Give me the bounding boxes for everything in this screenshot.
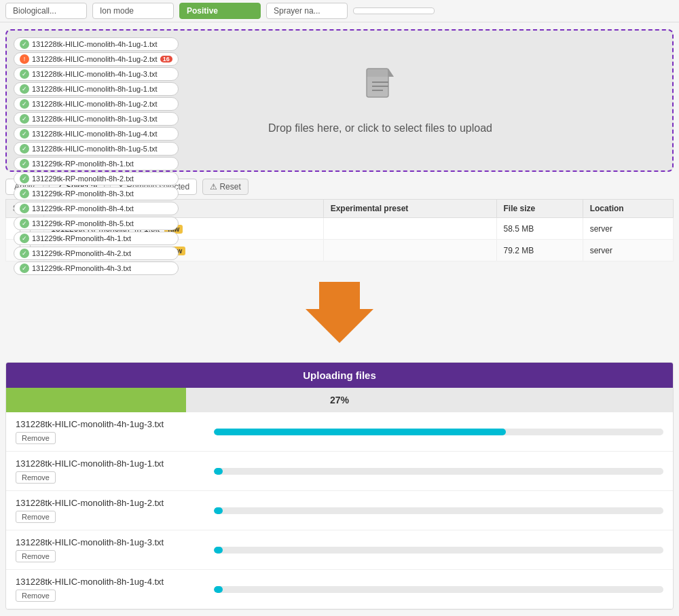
file-chip-label: 131228tk-HILIC-monolith-8h-1ug-5.txt	[32, 145, 158, 153]
reset-button[interactable]: ⚠ Reset	[202, 179, 249, 195]
remove-file-button[interactable]: Remove	[16, 471, 56, 484]
file-chip[interactable]: ✓131229tk-RP-monolith-8h-4.txt	[14, 202, 179, 215]
remove-file-button[interactable]: Remove	[16, 432, 56, 444]
row-preset	[323, 218, 496, 240]
file-chip[interactable]: ✓131229tk-RPmonolith-4h-2.txt	[14, 247, 179, 260]
check-icon: ✓	[20, 84, 29, 94]
file-chip[interactable]: ✓131228tk-HILIC-monolith-4h-1ug-1.txt	[14, 37, 179, 51]
file-chip-label: 131228tk-HILIC-monolith-8h-1ug-3.txt	[32, 115, 158, 123]
overall-progress-bar: 27%	[6, 388, 673, 412]
check-icon: ✓	[20, 189, 29, 198]
col-filesize: File size	[496, 200, 583, 218]
file-chip-label: 131228tk-HILIC-monolith-8h-1ug-2.txt	[32, 100, 158, 108]
file-chip-label: 131229tk-RP-monolith-8h-1.txt	[32, 160, 134, 168]
file-chip[interactable]: ✓131229tk-RPmonolith-4h-3.txt	[14, 261, 179, 275]
error-badge: 16	[160, 56, 172, 62]
upload-file-name: 131228tk-HILIC-monolith-4h-1ug-3.txt	[16, 419, 206, 429]
upload-file-info: 131228tk-HILIC-monolith-8h-1ug-2.txt Rem…	[16, 498, 206, 523]
file-chip[interactable]: ✓131228tk-HILIC-monolith-8h-1ug-2.txt	[14, 97, 179, 111]
file-chip-label: 131229tk-RPmonolith-4h-1.txt	[32, 234, 131, 242]
check-icon: ✓	[20, 114, 29, 124]
topbar-biological[interactable]: Biologicall...	[5, 3, 87, 19]
file-progress-bar	[214, 507, 663, 514]
upload-file-name: 131228tk-HILIC-monolith-8h-1ug-2.txt	[16, 498, 206, 508]
check-icon: ✓	[20, 99, 29, 109]
file-chip-label: 131228tk-HILIC-monolith-4h-1ug-1.txt	[32, 40, 158, 48]
file-progress-fill	[214, 547, 223, 554]
col-location: Location	[583, 200, 673, 218]
upload-file-row: 131228tk-HILIC-monolith-8h-1ug-3.txt Rem…	[6, 530, 673, 570]
file-chip-label: 131229tk-RP-monolith-8h-4.txt	[32, 204, 134, 213]
file-chip-label: 131229tk-RP-monolith-8h-2.txt	[32, 175, 134, 183]
check-icon: ✓	[20, 159, 29, 168]
topbar-ion-mode[interactable]: Ion mode	[92, 3, 174, 19]
upload-file-info: 131228tk-HILIC-monolith-8h-1ug-3.txt Rem…	[16, 537, 206, 562]
check-icon: ✓	[20, 264, 29, 273]
file-progress-bar	[214, 547, 663, 554]
file-chip[interactable]: ✓131229tk-RP-monolith-8h-5.txt	[14, 217, 179, 230]
remove-file-button[interactable]: Remove	[16, 511, 56, 523]
file-chip-label: 131229tk-RPmonolith-4h-3.txt	[32, 264, 131, 272]
upload-file-name: 131228tk-HILIC-monolith-8h-1ug-1.txt	[16, 458, 206, 469]
upload-file-info: 131228tk-HILIC-monolith-8h-1ug-1.txt Rem…	[16, 458, 206, 484]
upload-progress-section: Uploading files 27% 131228tk-HILIC-monol…	[5, 362, 674, 610]
file-chip[interactable]: ✓131229tk-RP-monolith-8h-1.txt	[14, 157, 179, 170]
file-progress-bar	[214, 468, 663, 475]
upload-file-row: 131228tk-HILIC-monolith-8h-1ug-1.txt Rem…	[6, 452, 673, 491]
check-icon: ✓	[20, 219, 29, 228]
svg-rect-2	[367, 69, 388, 77]
remove-file-button[interactable]: Remove	[16, 550, 56, 562]
topbar-sprayer[interactable]: Sprayer na...	[266, 3, 348, 19]
topbar-positive[interactable]: Positive	[179, 3, 261, 19]
check-icon: ✓	[20, 69, 29, 79]
row-filesize: 58.5 MB	[496, 218, 583, 240]
dropzone-text: Drop files here, or click to select file…	[268, 122, 492, 134]
check-icon: ✓	[20, 249, 29, 258]
file-icon	[364, 67, 397, 114]
file-chip[interactable]: ✓131228tk-HILIC-monolith-8h-1ug-1.txt	[14, 82, 179, 96]
dropzone-center: Drop files here, or click to select file…	[268, 67, 492, 134]
file-chip-label: 131229tk-RP-monolith-8h-5.txt	[32, 219, 134, 228]
file-chip-label: 131229tk-RPmonolith-4h-2.txt	[32, 249, 131, 257]
file-chip[interactable]: ✓131228tk-HILIC-monolith-8h-1ug-4.txt	[14, 127, 179, 141]
file-list-overlay: ✓131228tk-HILIC-monolith-4h-1ug-1.txt!13…	[14, 37, 179, 275]
upload-header: Uploading files	[6, 363, 673, 388]
file-chip[interactable]: ✓131228tk-HILIC-monolith-8h-1ug-5.txt	[14, 142, 179, 156]
file-chip[interactable]: ✓131228tk-HILIC-monolith-4h-1ug-3.txt	[14, 67, 179, 81]
file-progress-fill	[214, 586, 223, 593]
remove-file-button[interactable]: Remove	[16, 590, 56, 602]
overall-progress-text: 27%	[330, 395, 349, 405]
upload-file-name: 131228tk-HILIC-monolith-8h-1ug-4.txt	[16, 577, 206, 587]
file-chip-label: 131228tk-HILIC-monolith-8h-1ug-4.txt	[32, 130, 158, 138]
check-icon: ✓	[20, 234, 29, 243]
warning-icon: !	[20, 54, 29, 64]
file-chip-label: 131228tk-HILIC-monolith-8h-1ug-1.txt	[32, 85, 158, 93]
check-icon: ✓	[20, 204, 29, 213]
file-chip[interactable]: ✓131229tk-RP-monolith-8h-3.txt	[14, 187, 179, 200]
file-chip[interactable]: ✓131228tk-HILIC-monolith-8h-1ug-3.txt	[14, 112, 179, 126]
upload-file-info: 131228tk-HILIC-monolith-8h-1ug-4.txt Rem…	[16, 577, 206, 602]
file-progress-bar	[214, 429, 663, 435]
topbar-extra[interactable]	[353, 7, 435, 14]
file-progress-fill	[214, 468, 223, 475]
file-chip[interactable]: !131228tk-HILIC-monolith-4h-1ug-2.txt16	[14, 52, 179, 66]
upload-file-row: 131228tk-HILIC-monolith-4h-1ug-3.txt Rem…	[6, 412, 673, 452]
check-icon: ✓	[20, 144, 29, 153]
row-filesize: 79.2 MB	[496, 240, 583, 261]
svg-marker-1	[388, 69, 394, 77]
file-chip-label: 131228tk-HILIC-monolith-4h-1ug-2.txt	[32, 55, 158, 63]
check-icon: ✓	[20, 39, 29, 49]
row-preset	[323, 240, 496, 261]
file-chip[interactable]: ✓131229tk-RPmonolith-4h-1.txt	[14, 232, 179, 245]
upload-file-row: 131228tk-HILIC-monolith-8h-1ug-2.txt Rem…	[6, 491, 673, 530]
col-preset: Experimental preset	[323, 200, 496, 218]
upload-section: ✓131228tk-HILIC-monolith-4h-1ug-1.txt!13…	[5, 29, 674, 261]
top-bar: Biologicall... Ion mode Positive Sprayer…	[0, 0, 679, 22]
upload-dropzone[interactable]: ✓131228tk-HILIC-monolith-4h-1ug-1.txt!13…	[5, 29, 674, 172]
check-icon: ✓	[20, 129, 29, 139]
row-location: server	[583, 240, 673, 261]
file-progress-bar	[214, 586, 663, 593]
file-chip-label: 131229tk-RP-monolith-8h-3.txt	[32, 189, 134, 198]
upload-file-name: 131228tk-HILIC-monolith-8h-1ug-3.txt	[16, 537, 206, 547]
file-chip[interactable]: ✓131229tk-RP-monolith-8h-2.txt	[14, 172, 179, 185]
